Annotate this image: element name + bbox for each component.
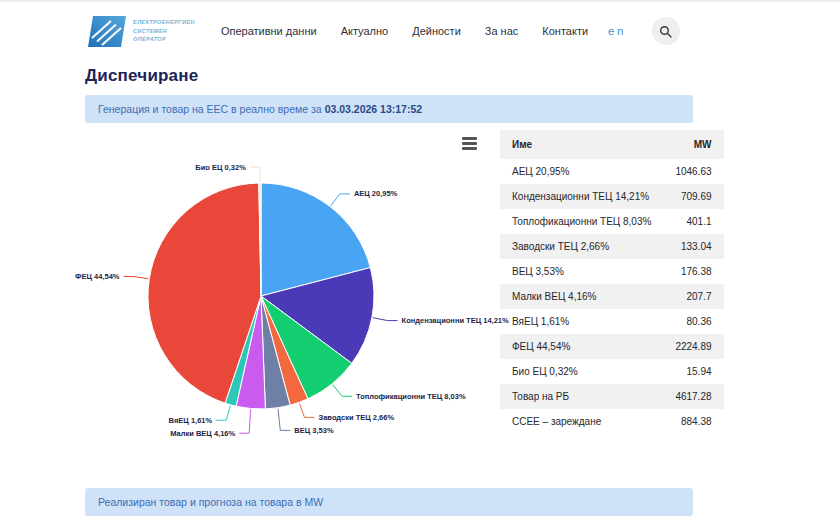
main-nav: Оперативни данни Актуално Дейности За на… [221,25,588,37]
pie-label-connector [300,403,315,417]
table-row: Заводски ТЕЦ 2,66%133.04 [500,234,724,259]
cell-name: Товар на РБ [500,384,663,409]
eso-logo[interactable]: ЕЛЕКТРОЕНЕРГИЕН СИСТЕМЕН ОПЕРАТОР [88,15,195,48]
cell-mw: 1046.63 [663,159,723,184]
pie-label-connector [333,385,352,397]
cell-mw: 4617.28 [663,384,723,409]
table-row: Кондензационни ТЕЦ 14,21%709.69 [500,184,724,209]
pie-label-connector [239,410,250,434]
pie-label-connector [278,409,290,431]
nav-operational-data[interactable]: Оперативни данни [221,25,317,37]
pie-slice-label: ВяЕЦ 1,61% [169,416,213,425]
pie-label-connector [216,406,230,420]
table-row: ССЕЕ – зареждане884.38 [500,409,724,434]
cell-name: ССЕЕ – зареждане [500,409,663,434]
language-toggle-en[interactable]: en [608,25,626,37]
realtime-generation-banner: Генерация и товар на ЕЕС в реално време … [85,95,693,123]
cell-mw: 401.1 [663,209,723,234]
nav-about[interactable]: За нас [485,25,519,37]
realized-load-banner-label: Реализиран товар и прогноза на товара в … [98,496,323,508]
hamburger-icon [462,142,477,145]
site-header: ЕЛЕКТРОЕНЕРГИЕН СИСТЕМЕН ОПЕРАТОР Операт… [0,2,840,60]
cell-name: Заводски ТЕЦ 2,66% [500,234,663,259]
cell-name: Био ЕЦ 0,32% [500,359,663,384]
chart-and-table-section: АЕЦ 20,95%Кондензационни ТЕЦ 14,21%Топло… [85,130,693,460]
table-row: ВяЕЦ 1,61%80.36 [500,309,724,334]
pie-chart-svg: АЕЦ 20,95%Кондензационни ТЕЦ 14,21%Топло… [85,130,490,460]
logo-line-2: СИСТЕМЕН [133,27,195,36]
table-row: Топлофикационни ТЕЦ 8,03%401.1 [500,209,724,234]
cell-mw: 709.69 [663,184,723,209]
search-button[interactable] [652,17,680,45]
pie-label-connector [373,318,398,321]
hamburger-icon [462,147,477,150]
nav-activities[interactable]: Дейности [412,25,461,37]
page-title: Диспечиране [85,66,693,85]
cell-mw: 176.38 [663,259,723,284]
cell-mw: 80.36 [663,309,723,334]
table-row: АЕЦ 20,95%1046.63 [500,159,724,184]
realtime-banner-label: Генерация и товар на ЕЕС в реално време … [98,103,322,115]
generation-table: Име MW АЕЦ 20,95%1046.63Кондензационни Т… [500,130,724,434]
column-header-name: Име [500,130,663,159]
pie-label-connector [124,277,149,279]
main-content: Диспечиране Генерация и товар на ЕЕС в р… [85,66,693,516]
eso-logo-text: ЕЛЕКТРОЕНЕРГИЕН СИСТЕМЕН ОПЕРАТОР [133,18,195,44]
pie-slice-label: Био ЕЦ 0,32% [195,163,246,172]
pie-label-connector [250,167,260,182]
cell-name: Малки ВЕЦ 4,16% [500,284,663,309]
logo-line-1: ЕЛЕКТРОЕНЕРГИЕН [133,18,195,27]
cell-name: Кондензационни ТЕЦ 14,21% [500,184,663,209]
pie-slice-label: АЕЦ 20,95% [354,189,398,198]
cell-mw: 15.94 [663,359,723,384]
table-header-row: Име MW [500,130,724,159]
cell-mw: 133.04 [663,234,723,259]
table-row: Био ЕЦ 0,32%15.94 [500,359,724,384]
generation-pie-chart: АЕЦ 20,95%Кондензационни ТЕЦ 14,21%Топло… [85,130,490,460]
cell-name: ФЕЦ 44,54% [500,334,663,359]
cell-name: ВЕЦ 3,53% [500,259,663,284]
cell-name: Топлофикационни ТЕЦ 8,03% [500,209,663,234]
pie-slice-label: Топлофикационни ТЕЦ 8,03% [356,392,466,401]
pie-slice-label: Кондензационни ТЕЦ 14,21% [402,316,509,325]
pie-slice-label: ФЕЦ 44,54% [75,272,120,281]
realtime-banner-datetime: 03.03.2026 13:17:52 [325,103,423,115]
search-icon [659,25,672,38]
logo-line-3: ОПЕРАТОР [133,35,195,44]
realized-load-banner: Реализиран товар и прогноза на товара в … [85,488,693,516]
table-row: Товар на РБ4617.28 [500,384,724,409]
table-row: ФЕЦ 44,54%2224.89 [500,334,724,359]
column-header-mw: MW [663,130,723,159]
chart-context-menu-button[interactable] [462,137,477,150]
cell-mw: 2224.89 [663,334,723,359]
pie-slice-label: Заводски ТЕЦ 2,66% [319,413,395,422]
nav-contacts[interactable]: Контакти [542,25,588,37]
cell-name: АЕЦ 20,95% [500,159,663,184]
table-row: Малки ВЕЦ 4,16%207.7 [500,284,724,309]
hamburger-icon [462,137,477,140]
eso-logo-icon [88,15,126,48]
cell-name: ВяЕЦ 1,61% [500,309,663,334]
pie-label-connector [331,194,350,206]
nav-news[interactable]: Актуално [341,25,389,37]
table-row: ВЕЦ 3,53%176.38 [500,259,724,284]
pie-slice-label: Малки ВЕЦ 4,16% [170,429,235,438]
cell-mw: 207.7 [663,284,723,309]
pie-slice-label: ВЕЦ 3,53% [294,426,334,435]
cell-mw: 884.38 [663,409,723,434]
